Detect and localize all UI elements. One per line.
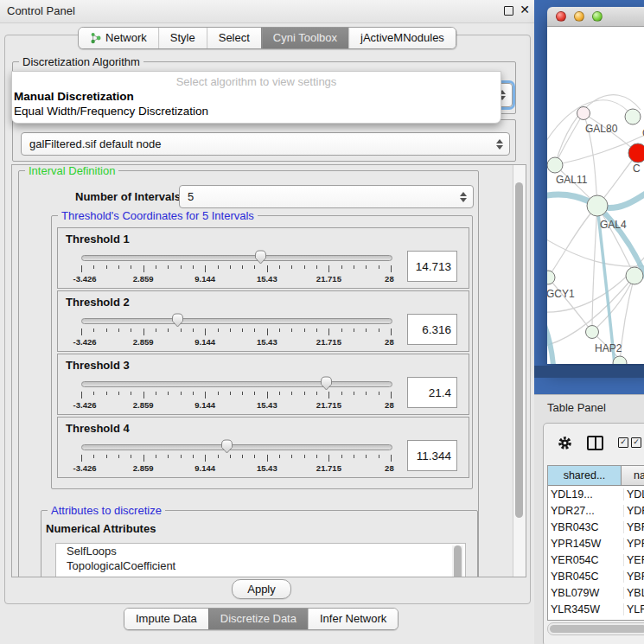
table-row[interactable]: YBL079WYBL0 [548, 584, 644, 601]
cell-name[interactable]: YBR0 [624, 571, 644, 583]
attribute-list-item[interactable]: TopologicalCoefficient [56, 558, 465, 573]
tab-cyni-toolbox[interactable]: Cyni Toolbox [261, 28, 348, 48]
threshold-value-input[interactable]: 21.4 [407, 377, 457, 408]
apply-button[interactable]: Apply [232, 579, 291, 599]
cell-shared-name[interactable]: YDL19... [548, 488, 624, 501]
cell-shared-name[interactable]: YIL052C [548, 620, 624, 622]
column-header-shared[interactable]: shared... [548, 466, 622, 485]
tab-jactivemnodules[interactable]: jActiveMNodules [348, 28, 456, 48]
table-data-combobox[interactable]: galFiltered.sif default node [21, 132, 510, 156]
threshold-slider[interactable]: -3.4262.8599.14415.4321.71528 [81, 228, 391, 288]
network-node[interactable] [628, 143, 644, 163]
network-window-titlebar[interactable] [547, 7, 644, 27]
slider-thumb[interactable] [220, 438, 234, 457]
interval-definition-title: Interval Definition [25, 164, 118, 177]
attributes-list-scrollbar-thumb[interactable] [454, 545, 462, 577]
checkbox-icon[interactable]: ✓ [618, 437, 628, 448]
cell-name[interactable]: YDL1 [624, 488, 644, 501]
settings-scrollbar-thumb[interactable] [515, 182, 523, 518]
network-node-gal4[interactable] [587, 195, 608, 216]
float-window-icon[interactable] [504, 6, 513, 16]
slider-tick [391, 455, 392, 462]
number-of-intervals-combobox[interactable]: 5 [179, 185, 474, 208]
table-row[interactable]: YDR27...YDR2 [548, 502, 644, 519]
cell-shared-name[interactable]: YBR043C [548, 521, 624, 533]
network-node-hap2[interactable] [586, 326, 599, 339]
slider-tick [316, 455, 317, 458]
table-row[interactable]: YPR145WYPR1 [548, 535, 644, 552]
slider-tick [156, 455, 156, 458]
tab-network[interactable]: Network [79, 28, 158, 48]
table-hscrollbar-thumb[interactable] [550, 625, 644, 633]
cell-name[interactable]: YIL0 [624, 620, 644, 622]
minimize-button[interactable] [574, 11, 584, 22]
attribute-list-item[interactable]: SelfLoops [56, 544, 465, 558]
cell-name[interactable]: YBR0 [624, 521, 644, 533]
node-table[interactable]: shared... na YDL19...YDL1YDR27...YDR2YBR… [547, 465, 644, 621]
cell-name[interactable]: YER0 [624, 554, 644, 566]
threshold-value-input[interactable]: 6.316 [407, 314, 457, 345]
algorithm-option-2[interactable]: Equal Width/Frequency Discretization [14, 105, 208, 118]
column-header-name[interactable]: na [622, 466, 644, 485]
tab-style[interactable]: Style [158, 28, 207, 48]
threshold-value-input[interactable]: 11.344 [407, 440, 457, 471]
threshold-slider[interactable]: -3.4262.8599.14415.4321.71528 [81, 418, 391, 477]
network-node[interactable] [626, 267, 643, 284]
table-row[interactable]: YIL052CYIL0 [548, 617, 644, 621]
cell-name[interactable]: YPR1 [624, 538, 644, 550]
cell-shared-name[interactable]: YBL079W [548, 587, 624, 599]
tick-label: -3.426 [73, 400, 97, 410]
table-row[interactable]: YBR043CYBR0 [548, 519, 644, 535]
tab-select[interactable]: Select [207, 28, 261, 48]
close-button[interactable] [556, 11, 566, 22]
threshold-slider[interactable]: -3.4262.8599.14415.4321.71528 [81, 291, 391, 351]
cell-name[interactable]: YBL0 [624, 587, 644, 599]
cell-shared-name[interactable]: YLR345W [548, 603, 624, 615]
zoom-button[interactable] [592, 11, 603, 22]
slider-thumb[interactable] [170, 312, 185, 331]
attributes-list-scrollbar[interactable] [452, 545, 463, 577]
settings-vertical-scrollbar[interactable] [513, 165, 526, 577]
table-row[interactable]: YLR345WYLR3 [548, 601, 644, 617]
table-row[interactable]: YER054CYER0 [548, 552, 644, 568]
table-row[interactable]: YDL19...YDL1 [548, 486, 644, 502]
cell-name[interactable]: YLR3 [624, 603, 644, 615]
network-node[interactable] [625, 109, 641, 124]
slider-tick [131, 392, 131, 395]
table-row[interactable]: YBR045CYBR0 [548, 568, 644, 584]
network-node-gal80[interactable] [577, 107, 590, 120]
network-view-window[interactable]: GAL80GACGAL11GAL4GCY1HHAP2 [547, 7, 644, 364]
slider-thumb[interactable] [319, 375, 334, 394]
gear-icon[interactable] [558, 436, 572, 450]
slider-track[interactable] [81, 255, 392, 261]
slider-track[interactable] [81, 444, 392, 450]
checkbox-icon[interactable]: ✓ [631, 437, 641, 448]
network-node-gal11[interactable] [547, 157, 563, 173]
network-canvas[interactable]: GAL80GACGAL11GAL4GCY1HHAP2 [547, 27, 644, 364]
cell-shared-name[interactable]: YER054C [548, 554, 624, 566]
attribute-list-item[interactable]: BetweennessCentrality [56, 573, 465, 577]
slider-tick [193, 328, 194, 332]
tab-impute-data[interactable]: Impute Data [124, 609, 208, 629]
numerical-attributes-list[interactable]: SelfLoopsTopologicalCoefficientBetweenne… [55, 543, 466, 577]
tab-discretize-data[interactable]: Discretize Data [208, 609, 308, 629]
cell-shared-name[interactable]: YDR27... [548, 505, 624, 517]
threshold-slider[interactable]: -3.4262.8599.14415.4321.71528 [81, 354, 391, 414]
algorithm-option-1[interactable]: Manual Discretization [14, 90, 134, 103]
cell-shared-name[interactable]: YBR045C [548, 571, 624, 583]
slider-track[interactable] [81, 318, 392, 324]
slider-tick [279, 392, 280, 395]
slider-track[interactable] [81, 381, 392, 387]
slider-tick [205, 455, 206, 462]
columns-icon[interactable] [587, 436, 603, 450]
threshold-value-input[interactable]: 14.713 [407, 251, 457, 282]
slider-tick [218, 328, 219, 332]
table-horizontal-scrollbar[interactable] [547, 622, 644, 635]
close-icon[interactable]: ✕ [520, 3, 530, 16]
cell-name[interactable]: YDR2 [624, 505, 644, 517]
cell-shared-name[interactable]: YPR145W [548, 538, 624, 550]
tab-infer-network[interactable]: Infer Network [308, 609, 398, 629]
slider-tick [304, 455, 305, 458]
tick-label: 15.43 [257, 400, 277, 410]
network-node-gcy1[interactable] [547, 271, 555, 284]
